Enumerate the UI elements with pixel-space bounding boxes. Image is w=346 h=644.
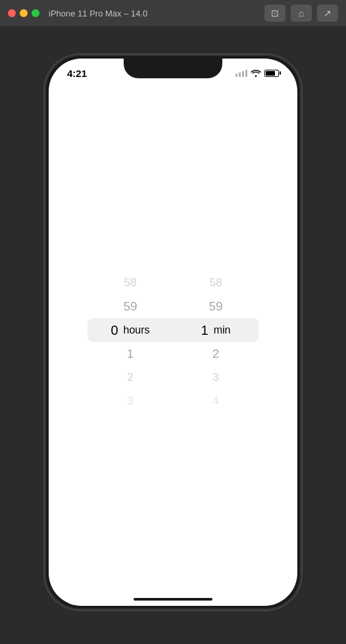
picker-below-items: 1 2 3 2 3 4 <box>87 342 259 413</box>
minutes-below-1: 2 <box>173 342 259 366</box>
picker-container[interactable]: 58 59 58 59 0 <box>49 271 297 413</box>
hours-below-col: 1 2 3 <box>87 342 173 413</box>
minutes-above-near: 59 <box>173 295 259 318</box>
picker-selected-row[interactable]: 0 hours 1 min <box>87 318 259 342</box>
minutes-below-3: 4 <box>173 389 259 413</box>
status-icons <box>235 69 279 77</box>
title-bar: iPhone 11 Pro Max – 14.0 ⊡ ⌂ ↗ <box>0 0 346 26</box>
minutes-selected: 1 min <box>173 323 259 338</box>
minutes-above-col: 58 59 <box>173 271 259 318</box>
hours-value: 0 <box>111 323 118 338</box>
phone-screen: 4:21 <box>49 59 297 606</box>
hours-above-far: 58 <box>87 271 173 295</box>
title-bar-controls: ⊡ ⌂ ↗ <box>264 5 338 22</box>
notch <box>124 59 222 78</box>
minutes-value: 1 <box>201 323 209 338</box>
minutes-label: min <box>214 324 231 336</box>
home-icon[interactable]: ⌂ <box>291 5 312 22</box>
status-time: 4:21 <box>67 68 87 79</box>
battery-icon <box>264 70 279 77</box>
minimize-button[interactable] <box>20 9 28 17</box>
minutes-below-2: 3 <box>173 366 259 389</box>
phone-container: 4:21 <box>0 26 346 644</box>
window-title: iPhone 11 Pro Max – 14.0 <box>49 9 259 18</box>
minutes-above-far: 58 <box>173 271 259 295</box>
share-icon[interactable]: ↗ <box>317 5 338 22</box>
picker-above-items: 58 59 58 59 <box>87 271 259 318</box>
maximize-button[interactable] <box>32 9 39 17</box>
wifi-icon <box>251 69 261 77</box>
hours-label: hours <box>124 324 150 336</box>
hours-above-near: 59 <box>87 295 173 318</box>
phone-frame: 4:21 <box>45 55 301 610</box>
hours-above-col: 58 59 <box>87 271 173 318</box>
screenshot-icon[interactable]: ⊡ <box>264 5 285 22</box>
hours-selected: 0 hours <box>87 323 173 338</box>
close-button[interactable] <box>8 9 16 17</box>
hours-below-2: 2 <box>87 366 173 389</box>
minutes-below-col: 2 3 4 <box>173 342 259 413</box>
home-indicator <box>134 598 212 601</box>
mac-window: iPhone 11 Pro Max – 14.0 ⊡ ⌂ ↗ 4:21 <box>0 0 346 644</box>
hours-below-1: 1 <box>87 342 173 366</box>
screen-content: 58 59 58 59 0 <box>49 79 297 606</box>
traffic-lights <box>8 9 39 17</box>
signal-icon <box>235 70 247 77</box>
hours-below-3: 3 <box>87 389 173 413</box>
